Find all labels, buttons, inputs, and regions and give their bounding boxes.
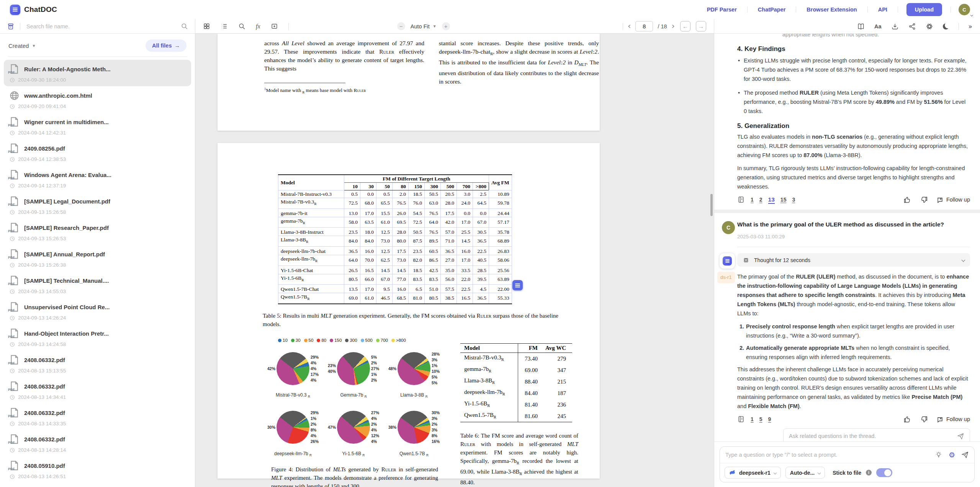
- formula-icon[interactable]: fx: [256, 23, 260, 30]
- table-chat-icon[interactable]: [512, 280, 523, 290]
- zoom-in-button[interactable]: +: [442, 22, 450, 30]
- info-icon[interactable]: i: [866, 470, 872, 476]
- page-number-input[interactable]: [635, 21, 653, 31]
- thumbs-up-icon[interactable]: [903, 196, 911, 204]
- pdf-scrollbar[interactable]: [710, 194, 713, 216]
- results-table-5: ModelFM of Different Target LengthAvg FM…: [278, 174, 512, 304]
- dark-mode-icon[interactable]: [943, 23, 949, 30]
- legend-item: 50: [304, 338, 314, 343]
- answer-list-item: 1.Precisely control response length when…: [739, 322, 970, 340]
- file-list-item[interactable]: www.anthropic.com.html2024-09-20 09:41:0…: [4, 86, 191, 113]
- search-input[interactable]: [26, 23, 175, 30]
- search-document-icon[interactable]: [238, 23, 245, 30]
- file-list-item[interactable]: PDF2409.08256.pdf2024-09-14 12:38:53: [4, 139, 191, 166]
- thought-collapse-bar[interactable]: Thought for 12 seconds: [737, 253, 970, 267]
- thumbnail-grid-icon[interactable]: [203, 23, 210, 30]
- thumbs-down-icon[interactable]: [920, 196, 928, 204]
- zoom-out-button[interactable]: −: [397, 22, 405, 30]
- ai-model-icon[interactable]: [926, 23, 933, 30]
- file-date: 2024-08-13 14:26:51: [18, 474, 66, 479]
- thread-placeholder: Ask related questions in the thread.: [789, 431, 957, 441]
- file-list-item[interactable]: PDF[SAMPLE] Research_Paper.pdf2024-09-13…: [4, 218, 191, 245]
- nav-pdf-parser[interactable]: PDF Parser: [697, 7, 747, 13]
- all-files-link[interactable]: All files →: [146, 39, 187, 52]
- file-list-item[interactable]: PDF2408.06332.pdf2024-08-13 15:13:55: [4, 351, 191, 377]
- share-icon[interactable]: [908, 23, 916, 30]
- pie-labels-right: 27%4%2%4%12%4%: [371, 411, 384, 444]
- cited-page-1[interactable]: 1: [751, 415, 754, 424]
- follow-up-icon: [936, 196, 944, 203]
- file-list-item[interactable]: PDF2408.06332.pdf2024-08-13 14:33:35: [4, 403, 191, 430]
- pie-graphic: [337, 411, 370, 444]
- previous-page-icon[interactable]: ‹: [628, 22, 631, 30]
- pdf-file-icon: PDF: [8, 433, 20, 445]
- search-icon[interactable]: [181, 23, 188, 30]
- cited-page-3[interactable]: 3: [792, 195, 795, 204]
- history-back-button[interactable]: ←: [680, 21, 690, 31]
- collapse-panel-icon[interactable]: »: [969, 23, 972, 30]
- cited-page-15[interactable]: 15: [780, 195, 787, 204]
- main-layout: Created ▼ All files → PDFRuler: A Model-…: [0, 19, 980, 487]
- cited-page-9[interactable]: 9: [768, 415, 771, 424]
- send-icon[interactable]: [957, 433, 964, 440]
- cited-page-2[interactable]: 2: [759, 195, 762, 204]
- user-avatar[interactable]: C: [959, 4, 970, 15]
- cited-page-13[interactable]: 13: [768, 196, 775, 204]
- composer-input-row[interactable]: Type a question or type "/" to select a …: [720, 447, 974, 463]
- nav-chatpaper[interactable]: ChatPaper: [748, 7, 796, 13]
- follow-up-button[interactable]: Follow up: [936, 195, 970, 204]
- cited-page-5[interactable]: 5: [759, 415, 762, 424]
- model-selector[interactable]: deepseek-r1: [725, 467, 781, 479]
- summary-book-icon[interactable]: [857, 23, 865, 30]
- nav-browser-extension[interactable]: Browser Extension: [796, 7, 867, 13]
- file-name: Ruler: A Model-Agnostic Meth...: [24, 66, 111, 72]
- prompt-ideas-icon[interactable]: [935, 451, 942, 459]
- clock-icon: [10, 368, 15, 374]
- font-size-icon[interactable]: Aa: [874, 23, 882, 30]
- file-list-item[interactable]: PDFRuler: A Model-Agnostic Meth...2024-0…: [4, 60, 191, 86]
- history-forward-button[interactable]: →: [696, 21, 706, 31]
- file-list-item[interactable]: PDFUnsupervised Point Cloud Re...2024-09…: [4, 298, 191, 324]
- file-manager-icon[interactable]: [7, 23, 15, 30]
- table6-caption: Table 6: The FM score and average word c…: [460, 431, 578, 487]
- created-sort-dropdown[interactable]: Created ▼: [8, 43, 36, 49]
- stick-to-file-toggle[interactable]: [876, 468, 892, 477]
- chat-messages[interactable]: appropriate lengths when not specified. …: [714, 34, 980, 441]
- send-icon[interactable]: [961, 451, 969, 459]
- thread-reply-input[interactable]: Ask related questions in the thread.: [783, 428, 970, 441]
- chatdoc-logo[interactable]: ChatDOC: [10, 5, 57, 15]
- thumbs-up-icon[interactable]: [903, 415, 911, 423]
- upload-button[interactable]: Upload: [906, 3, 942, 16]
- cited-page-1[interactable]: 1: [751, 195, 754, 204]
- settings-gear-icon[interactable]: ⚙: [949, 451, 955, 459]
- follow-up-button[interactable]: Follow up: [936, 415, 970, 424]
- user-question-message: C What is the primary goal of the ULER m…: [737, 213, 970, 247]
- file-list-item[interactable]: PDFWindows Agent Arena: Evalua...2024-09…: [4, 166, 191, 192]
- nav-api[interactable]: API: [868, 7, 898, 13]
- download-icon[interactable]: [891, 23, 899, 30]
- file-list-item[interactable]: PDFHand-Object Interaction Pretr...2024-…: [4, 324, 191, 351]
- pie-title: Qwen1.5-7B R: [399, 451, 429, 457]
- file-list-item[interactable]: PDF2408.06332.pdf2024-08-13 14:28:14: [4, 430, 191, 456]
- pie-graphic: [276, 411, 309, 444]
- file-list-item[interactable]: PDF2408.05910.pdf2024-08-13 14:26:51: [4, 456, 191, 483]
- table5-row: deepseek-llm-7bR64.070.062.573.082.086.5…: [278, 255, 512, 266]
- file-list-item[interactable]: PDFWigner current in multidimen...2024-0…: [4, 113, 191, 139]
- next-page-icon[interactable]: ›: [672, 22, 675, 30]
- outline-list-icon[interactable]: [221, 23, 228, 30]
- language-detect-selector[interactable]: Auto-de...: [785, 467, 825, 479]
- figure4-block: 10305080150300500700>800 42%29%4%4%17%4%…: [263, 338, 449, 487]
- screenshot-icon[interactable]: [271, 23, 278, 30]
- file-list-item[interactable]: PDF[SAMPLE] Technical_Manual....2024-09-…: [4, 271, 191, 298]
- file-list-item[interactable]: PDF[SAMPLE] Legal_Document.pdf2024-09-13…: [4, 192, 191, 218]
- file-name: 2408.06332.pdf: [24, 383, 65, 390]
- pdf-pages[interactable]: across All Level showed an average impro…: [195, 34, 714, 487]
- file-date: 2024-09-20 09:41:04: [18, 103, 66, 109]
- file-list-item[interactable]: PDF[SAMPLE] Annual_Report.pdf2024-09-13 …: [4, 245, 191, 271]
- thumbs-down-icon[interactable]: [920, 415, 928, 423]
- model-name: deepseek-r1: [739, 470, 771, 476]
- table6-row: Yi-1.5-6BR81.40236: [460, 399, 572, 410]
- cited-pages-icon: [737, 415, 745, 423]
- zoom-mode-dropdown[interactable]: Auto Fit ▼: [411, 23, 437, 30]
- file-list-item[interactable]: PDF2408.06332.pdf2024-08-13 14:34:41: [4, 377, 191, 403]
